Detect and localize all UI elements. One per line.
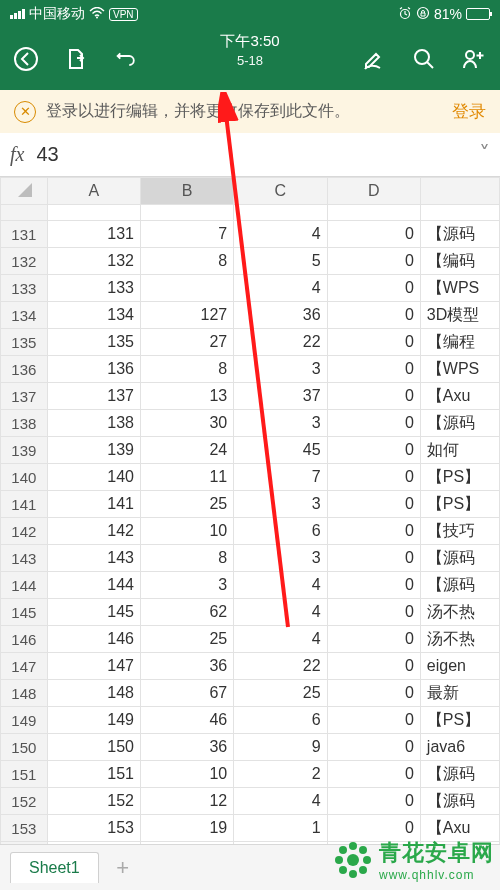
- row-header[interactable]: 152: [1, 788, 48, 815]
- cell[interactable]: 127: [140, 302, 233, 329]
- cell[interactable]: 139: [47, 437, 140, 464]
- cell[interactable]: 0: [327, 572, 420, 599]
- cell[interactable]: 0: [327, 599, 420, 626]
- cell[interactable]: 147: [47, 653, 140, 680]
- cell[interactable]: 【技巧: [420, 518, 499, 545]
- cell[interactable]: 汤不热: [420, 599, 499, 626]
- edit-button[interactable]: [360, 45, 388, 73]
- cell[interactable]: 149: [47, 707, 140, 734]
- cell[interactable]: 9: [234, 734, 327, 761]
- cell[interactable]: 0: [327, 302, 420, 329]
- formula-value[interactable]: 43: [36, 143, 479, 166]
- row-header[interactable]: 149: [1, 707, 48, 734]
- col-header-c[interactable]: C: [234, 178, 327, 205]
- cell[interactable]: 132: [47, 248, 140, 275]
- cell[interactable]: 3D模型: [420, 302, 499, 329]
- cell[interactable]: 8: [140, 545, 233, 572]
- cell[interactable]: 136: [47, 356, 140, 383]
- cell[interactable]: 142: [47, 518, 140, 545]
- cell[interactable]: 【WPS: [420, 275, 499, 302]
- cell[interactable]: 22: [234, 329, 327, 356]
- row-header[interactable]: 148: [1, 680, 48, 707]
- cell[interactable]: 0: [327, 734, 420, 761]
- cell[interactable]: 133: [47, 275, 140, 302]
- col-header-d[interactable]: D: [327, 178, 420, 205]
- cell[interactable]: 36: [140, 734, 233, 761]
- row-header[interactable]: 139: [1, 437, 48, 464]
- cell[interactable]: [140, 275, 233, 302]
- cell[interactable]: 0: [327, 545, 420, 572]
- cell[interactable]: 140: [47, 464, 140, 491]
- cell[interactable]: 3: [140, 572, 233, 599]
- cell[interactable]: 0: [327, 491, 420, 518]
- search-button[interactable]: [410, 45, 438, 73]
- table-row[interactable]: 1421421060【技巧: [1, 518, 500, 545]
- cell[interactable]: 4: [234, 572, 327, 599]
- cell[interactable]: 153: [47, 815, 140, 842]
- cell[interactable]: eigen: [420, 653, 499, 680]
- table-row[interactable]: 14714736220eigen: [1, 653, 500, 680]
- cell[interactable]: 7: [140, 221, 233, 248]
- cell[interactable]: 8: [140, 356, 233, 383]
- row-header[interactable]: [1, 205, 48, 221]
- cell[interactable]: 152: [47, 788, 140, 815]
- cell[interactable]: 2: [234, 761, 327, 788]
- cell[interactable]: 0: [327, 626, 420, 653]
- cell[interactable]: 0: [327, 464, 420, 491]
- cell[interactable]: 3: [234, 356, 327, 383]
- cell[interactable]: 146: [47, 626, 140, 653]
- cell[interactable]: 137: [47, 383, 140, 410]
- cell[interactable]: 【PS】: [420, 707, 499, 734]
- back-button[interactable]: [12, 45, 40, 73]
- cell[interactable]: 37: [234, 383, 327, 410]
- cell[interactable]: 如何: [420, 437, 499, 464]
- table-row[interactable]: 1401401170【PS】: [1, 464, 500, 491]
- cell[interactable]: 45: [234, 437, 327, 464]
- cell[interactable]: 0: [327, 437, 420, 464]
- cell[interactable]: 5: [234, 248, 327, 275]
- row-header[interactable]: 133: [1, 275, 48, 302]
- cell[interactable]: 19: [140, 815, 233, 842]
- cell[interactable]: 145: [47, 599, 140, 626]
- cell[interactable]: 150: [47, 734, 140, 761]
- select-all-corner[interactable]: [1, 178, 48, 205]
- cell[interactable]: 汤不热: [420, 626, 499, 653]
- row-header[interactable]: 147: [1, 653, 48, 680]
- cell[interactable]: 4: [234, 275, 327, 302]
- cell[interactable]: 24: [140, 437, 233, 464]
- cell[interactable]: 【Axu: [420, 383, 499, 410]
- row-header[interactable]: 138: [1, 410, 48, 437]
- cell[interactable]: 0: [327, 248, 420, 275]
- table-row[interactable]: 13913924450如何: [1, 437, 500, 464]
- col-header-b[interactable]: B: [140, 178, 233, 205]
- cell[interactable]: 144: [47, 572, 140, 599]
- table-row[interactable]: 1511511020【源码: [1, 761, 500, 788]
- cell[interactable]: 3: [234, 410, 327, 437]
- cell[interactable]: 62: [140, 599, 233, 626]
- table-row[interactable]: 1411412530【PS】: [1, 491, 500, 518]
- table-row[interactable]: 1341341273603D模型: [1, 302, 500, 329]
- cell[interactable]: 3: [234, 545, 327, 572]
- table-row[interactable]: 1521521240【源码: [1, 788, 500, 815]
- undo-button[interactable]: [112, 45, 140, 73]
- add-sheet-button[interactable]: +: [105, 855, 141, 881]
- cell[interactable]: 【源码: [420, 572, 499, 599]
- row-header[interactable]: 136: [1, 356, 48, 383]
- table-row[interactable]: 1501503690java6: [1, 734, 500, 761]
- row-header[interactable]: 153: [1, 815, 48, 842]
- table-row[interactable]: 1381383030【源码: [1, 410, 500, 437]
- cell[interactable]: 36: [234, 302, 327, 329]
- formula-bar[interactable]: fx 43 ˅: [0, 133, 500, 177]
- cell[interactable]: 【源码: [420, 545, 499, 572]
- row-header[interactable]: 135: [1, 329, 48, 356]
- cell[interactable]: 1: [234, 815, 327, 842]
- cell[interactable]: 0: [327, 653, 420, 680]
- row-header[interactable]: 141: [1, 491, 48, 518]
- table-row[interactable]: 131131740【源码: [1, 221, 500, 248]
- cell[interactable]: 【源码: [420, 221, 499, 248]
- table-row[interactable]: 13313340【WPS: [1, 275, 500, 302]
- col-header-a[interactable]: A: [47, 178, 140, 205]
- cell[interactable]: 11: [140, 464, 233, 491]
- cell[interactable]: 6: [234, 707, 327, 734]
- cell[interactable]: 151: [47, 761, 140, 788]
